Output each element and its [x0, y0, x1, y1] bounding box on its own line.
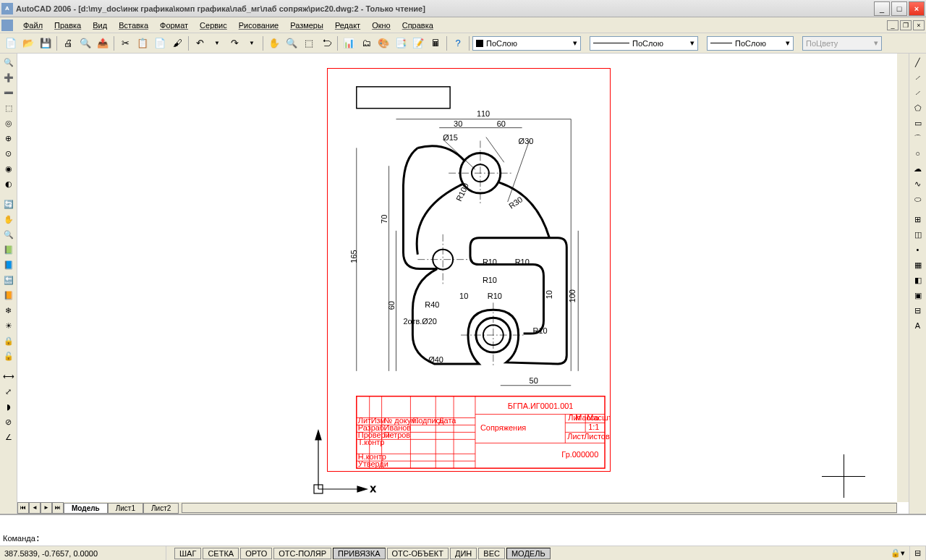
help-button[interactable]: ?	[450, 35, 466, 51]
paste-button[interactable]: 📄	[152, 35, 168, 51]
props-button[interactable]: 📊	[341, 35, 357, 51]
revcloud-icon[interactable]: ☁	[911, 161, 925, 176]
preview-button[interactable]: 🔍	[77, 35, 93, 51]
tab-layout2[interactable]: Лист2	[143, 503, 179, 514]
minimize-button[interactable]: _	[874, 1, 890, 16]
zoom-in-icon[interactable]: ➕	[1, 70, 16, 85]
insert-icon[interactable]: ⊞	[911, 212, 925, 226]
freeze-icon[interactable]: ❄	[1, 303, 16, 318]
status-otrack[interactable]: ОТС-ОБЪЕКТ	[387, 548, 449, 559]
zoom-obj-icon[interactable]: ◉	[1, 161, 16, 176]
radius-dim-icon[interactable]: ◗	[1, 399, 16, 414]
status-ortho[interactable]: ОРТО	[240, 548, 272, 559]
tab-prev-button[interactable]: ◄	[29, 502, 41, 514]
redo-button[interactable]: ↷	[226, 35, 242, 51]
undo-drop-button[interactable]: ▼	[209, 35, 225, 51]
pline-icon[interactable]: ⟋	[911, 85, 925, 100]
tab-first-button[interactable]: ⏮	[17, 502, 29, 514]
vertical-scrollbar[interactable]	[897, 54, 909, 502]
maximize-button[interactable]: □	[891, 1, 907, 16]
zoom-rt2-icon[interactable]: 🔍	[1, 227, 16, 242]
spline-icon[interactable]: ∿	[911, 177, 925, 191]
menu-format[interactable]: Формат	[154, 20, 194, 31]
layer-state-icon[interactable]: 📙	[1, 288, 16, 302]
layer-icon[interactable]: 📗	[1, 242, 16, 257]
zoom-tool-icon[interactable]: 🔍	[1, 55, 16, 69]
lineweight-select[interactable]: ПоСлою▾	[707, 36, 794, 51]
lock-icon[interactable]: 🔒	[1, 334, 16, 348]
layer-prev-icon[interactable]: 🔙	[1, 273, 16, 287]
zoom-win-button[interactable]: ⬚	[301, 35, 317, 51]
zoom-ext-icon[interactable]: ⬚	[1, 101, 16, 115]
angular-dim-icon[interactable]: ∠	[1, 430, 16, 444]
undo-button[interactable]: ↶	[192, 35, 208, 51]
dcenter-button[interactable]: 🗂	[358, 35, 374, 51]
sheet-button[interactable]: 📑	[393, 35, 409, 51]
status-polar[interactable]: ОТС-ПОЛЯР	[273, 548, 331, 559]
layers-icon[interactable]: 📘	[1, 258, 16, 272]
table-icon[interactable]: ⊟	[911, 303, 925, 318]
cut-button[interactable]: ✂	[117, 35, 133, 51]
gradient-icon[interactable]: ◧	[911, 273, 925, 287]
drawing-canvas[interactable]: 110 30 60 Ø15 Ø30 R30 R100 70 165 60 R10…	[17, 54, 909, 514]
linear-dim-icon[interactable]: ⟷	[1, 369, 16, 383]
match-button[interactable]: 🖌	[169, 35, 185, 51]
status-lwt[interactable]: ВЕС	[478, 548, 505, 559]
mdi-close-button[interactable]: ×	[913, 20, 925, 30]
hatch-icon[interactable]: ▦	[911, 258, 925, 272]
zoom-dyn-icon[interactable]: ◐	[1, 177, 16, 191]
zoom-scale-icon[interactable]: ⊕	[1, 131, 16, 145]
menu-file[interactable]: Файл	[17, 20, 48, 31]
mdi-restore-button[interactable]: ❐	[900, 20, 912, 30]
menu-view[interactable]: Вид	[87, 20, 113, 31]
orbit-icon[interactable]: 🔄	[1, 197, 16, 211]
zoom-center-icon[interactable]: ⊙	[1, 146, 16, 161]
diameter-dim-icon[interactable]: ⊘	[1, 415, 16, 429]
status-tray-icon[interactable]: ⊟	[910, 546, 926, 560]
status-grid[interactable]: СЕТКА	[203, 548, 239, 559]
save-button[interactable]: 💾	[38, 35, 54, 51]
status-dyn[interactable]: ДИН	[450, 548, 477, 559]
unlock-icon[interactable]: 🔓	[1, 349, 16, 363]
point-icon[interactable]: •	[911, 242, 925, 257]
print-button[interactable]: 🖨	[60, 35, 76, 51]
menu-help[interactable]: Справка	[396, 20, 439, 31]
publish-button[interactable]: 📤	[95, 35, 111, 51]
calc-button[interactable]: 🖩	[428, 35, 443, 51]
tab-model[interactable]: Модель	[64, 503, 108, 514]
palette-button[interactable]: 🎨	[375, 35, 391, 51]
zoom-rt-button[interactable]: 🔍	[284, 35, 300, 51]
circle-icon[interactable]: ○	[911, 146, 925, 161]
command-area[interactable]: Команда:	[0, 514, 926, 546]
tab-layout1[interactable]: Лист1	[108, 503, 143, 514]
arc-icon[interactable]: ⌒	[911, 131, 925, 145]
tab-next-button[interactable]: ►	[41, 502, 52, 514]
rectangle-icon[interactable]: ▭	[911, 116, 925, 130]
status-lock-icon[interactable]: 🔒▾	[886, 546, 910, 560]
thaw-icon[interactable]: ☀	[1, 318, 16, 333]
line-icon[interactable]: ╱	[911, 55, 925, 69]
status-osnap[interactable]: ПРИВЯЗКА	[333, 548, 385, 559]
text-icon[interactable]: A	[911, 318, 925, 333]
region-icon[interactable]: ▣	[911, 288, 925, 302]
zoom-out-icon[interactable]: ➖	[1, 85, 16, 100]
menu-dimension[interactable]: Размеры	[284, 20, 329, 31]
xline-icon[interactable]: ⟋	[911, 70, 925, 85]
aligned-dim-icon[interactable]: ⤢	[1, 384, 16, 399]
new-button[interactable]: 📄	[3, 35, 19, 51]
menu-tools[interactable]: Сервис	[194, 20, 233, 31]
layer-select[interactable]: ПоСлою▾	[472, 36, 581, 51]
horizontal-scrollbar[interactable]	[182, 503, 897, 513]
menu-insert[interactable]: Вставка	[113, 20, 154, 31]
menu-edit[interactable]: Правка	[48, 20, 87, 31]
status-snap[interactable]: ШАГ	[174, 548, 201, 559]
status-model[interactable]: МОДЕЛЬ	[506, 548, 551, 559]
mdi-minimize-button[interactable]: _	[887, 20, 899, 30]
open-button[interactable]: 📂	[20, 35, 36, 51]
menu-modify[interactable]: Редакт	[329, 20, 366, 31]
redo-drop-button[interactable]: ▼	[244, 35, 260, 51]
zoom-all-icon[interactable]: ◎	[1, 116, 16, 130]
pan-button[interactable]: ✋	[266, 35, 282, 51]
close-button[interactable]: ×	[909, 1, 925, 16]
zoom-prev-button[interactable]: ⮌	[318, 35, 334, 51]
